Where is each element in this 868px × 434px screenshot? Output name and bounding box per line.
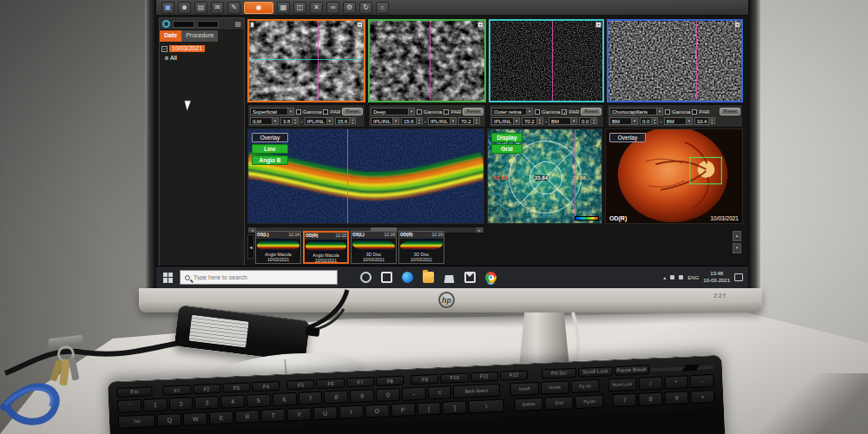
from-layer-select[interactable]: IPL/INL▾ [491, 117, 520, 125]
expand-icon[interactable]: + [477, 22, 483, 28]
tray-network-icon[interactable] [670, 275, 674, 279]
tab-procedure[interactable]: Procedure [181, 30, 218, 42]
thumbnail-prev-icon[interactable]: ◂ [247, 234, 254, 259]
oct-bscan-panel[interactable]: Overlay Line Angio B [247, 128, 484, 224]
compare-icon[interactable]: ◫ [293, 2, 306, 14]
angio-panel-outer-retina[interactable]: + [489, 19, 604, 102]
layer-select[interactable]: Superficial▾ [250, 108, 294, 115]
reset-button[interactable]: Reset [463, 108, 483, 115]
tree-item-date[interactable]: − 10/03/2021 [161, 45, 242, 52]
from-offset-stepper[interactable]: 0.0▴▾ [640, 117, 658, 125]
refresh-icon[interactable]: ↻ [359, 2, 372, 14]
from-layer-select[interactable]: BM▾ [609, 117, 638, 125]
key-f6: F6 [317, 378, 345, 389]
from-offset-stepper[interactable]: 3.8▴▾ [280, 117, 299, 125]
par-checkbox[interactable]: PAR [444, 109, 461, 115]
par-checkbox[interactable]: PAR [692, 109, 709, 115]
vertical-scrollbar[interactable]: ▴ ▾ [733, 231, 741, 253]
mail-icon[interactable]: ✉ [211, 2, 224, 14]
home-icon[interactable]: ⌂ [376, 2, 389, 14]
line-button[interactable]: Line [252, 144, 288, 154]
edge-icon[interactable] [402, 272, 413, 283]
par-checkbox[interactable]: PAR [323, 109, 340, 115]
gamma-checkbox[interactable]: Gamma [417, 109, 442, 115]
sidebar-filter-box-2[interactable] [197, 21, 219, 28]
reset-button[interactable]: Reset [581, 108, 602, 115]
to-layer-select[interactable]: IPL/INL▾ [428, 117, 457, 125]
capture-icon[interactable]: ◉ [244, 2, 273, 14]
overlay-button[interactable]: Overlay [609, 133, 646, 142]
to-offset-stepper[interactable]: 0.0▴▾ [579, 117, 597, 125]
to-offset-stepper[interactable]: 10.4▴▾ [694, 117, 716, 125]
angio-panel-choriocapillaris[interactable]: + [607, 19, 743, 102]
store-icon[interactable] [444, 272, 455, 283]
sidebar-filter-box-1[interactable] [173, 21, 194, 28]
par-checkbox[interactable]: ✓PAR [562, 109, 579, 115]
layout-grid-icon[interactable]: ▦ [234, 21, 241, 28]
angio-b-button[interactable]: Angio B [252, 155, 288, 165]
angio-panel-superficial[interactable]: + [247, 19, 365, 102]
layer-select[interactable]: Outer retina▾ [491, 108, 533, 115]
thumbnail-od-angio-macula[interactable]: OD(R)12:15 Angio Macula10/03/2021 [303, 231, 349, 264]
thumbnail-os-3d-disc[interactable]: OS(L)12:18 3D Disc10/03/2021 [351, 231, 397, 264]
taskbar-clock[interactable]: 13:48 10-03-2021 [703, 271, 730, 284]
to-layer-select[interactable]: BM▾ [549, 117, 577, 125]
report-icon[interactable]: ✎ [227, 2, 240, 14]
angio-panel-deep[interactable]: + [368, 19, 486, 102]
link-icon[interactable]: ∞ [326, 2, 339, 14]
fundus-photo-panel[interactable]: Overlay OD(R) 10/03/2021 [605, 128, 743, 224]
scroll-down-icon[interactable]: ▾ [733, 243, 741, 253]
to-offset-stepper[interactable]: 15.6▴▾ [335, 117, 357, 125]
reset-button[interactable]: Reset [342, 108, 363, 115]
thumbnail-os-angio-macula[interactable]: OS(L)12:14 Angio Macula10/03/2021 [255, 231, 301, 264]
display-button[interactable]: Display [491, 133, 523, 142]
grid-button[interactable]: Grid [491, 144, 523, 154]
search-input[interactable] [194, 274, 315, 280]
language-label[interactable]: ENG [687, 275, 699, 280]
patient-icon[interactable]: ☻ [178, 2, 191, 14]
scroll-up-icon[interactable]: ▴ [733, 231, 741, 241]
tray-sound-icon[interactable] [679, 275, 683, 279]
patient-icon[interactable] [162, 20, 170, 28]
vessel-density-panel[interactable]: 62.23 23.84 39.06 Display Grid [487, 128, 602, 224]
tree-item-all[interactable]: All [161, 55, 242, 61]
tab-date[interactable]: Date [160, 30, 181, 42]
tree-expander-icon[interactable]: − [161, 46, 168, 52]
action-center-icon[interactable] [734, 273, 743, 281]
reset-button[interactable]: Reset [720, 108, 740, 115]
task-view-icon[interactable] [381, 272, 392, 283]
print-icon[interactable]: ▤ [194, 2, 207, 14]
save-icon[interactable]: ▣ [161, 2, 174, 14]
scroll-right-icon[interactable]: ▸ [476, 227, 483, 233]
file-explorer-icon[interactable] [423, 272, 434, 283]
expand-icon[interactable]: + [357, 22, 363, 28]
start-button[interactable] [163, 273, 174, 283]
chrome-icon[interactable] [485, 272, 496, 283]
gamma-checkbox[interactable]: Gamma [535, 109, 560, 115]
cortana-icon[interactable] [360, 272, 372, 283]
key-tab: Tab [118, 414, 156, 429]
layer-select[interactable]: Choriocapillaris▾ [609, 108, 663, 115]
from-offset-stepper[interactable]: 70.2▴▾ [522, 117, 543, 125]
overlay-button[interactable]: Overlay [252, 133, 288, 142]
chart-icon[interactable]: ▦ [277, 2, 290, 14]
taskbar-search[interactable] [180, 270, 338, 285]
bookmark-icon[interactable] [250, 22, 254, 28]
to-offset-stepper[interactable]: 70.2▴▾ [458, 117, 480, 125]
delete-icon[interactable]: ✕ [310, 2, 323, 14]
expand-icon[interactable]: + [734, 22, 740, 28]
expand-icon[interactable]: + [595, 22, 602, 28]
bscan-position-line[interactable] [347, 129, 348, 223]
from-offset-stepper[interactable]: 15.6▴▾ [401, 117, 423, 125]
to-layer-select[interactable]: IPL/INL▾ [305, 117, 333, 125]
thumbnail-od-3d-disc[interactable]: OD(R)12:19 3D Disc10/03/2021 [398, 231, 444, 264]
tray-chevron-icon[interactable]: ▴ [663, 274, 666, 280]
settings-icon[interactable]: ⚙ [343, 2, 356, 14]
mail-icon[interactable] [464, 272, 476, 283]
gamma-checkbox[interactable]: Gamma [296, 109, 321, 115]
layer-select[interactable]: Deep▾ [371, 108, 415, 115]
gamma-checkbox[interactable]: Gamma [665, 109, 690, 115]
from-layer-select[interactable]: ILM▾ [250, 117, 279, 125]
to-layer-select[interactable]: BM▾ [664, 117, 693, 125]
from-layer-select[interactable]: IPL/INL▾ [371, 117, 399, 125]
